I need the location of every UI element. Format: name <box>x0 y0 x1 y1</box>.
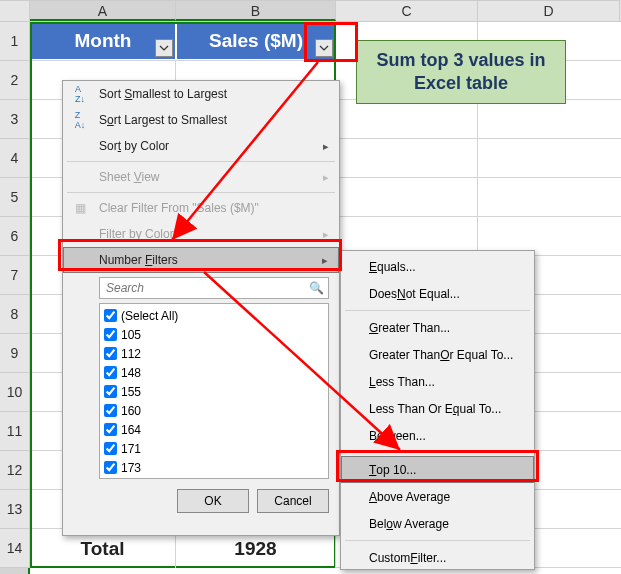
filter-checklist[interactable]: (Select All) 105 112 148 155 160 164 171… <box>99 303 329 479</box>
header-label: Month <box>75 30 132 52</box>
annotation-highlight <box>304 22 358 62</box>
dialog-buttons: OK Cancel <box>63 481 339 521</box>
clear-filter-icon: ▦ <box>71 199 89 217</box>
sort-ascending[interactable]: AZ↓ Sort Smallest to Largest <box>63 81 339 107</box>
filter-not-equal[interactable]: Does Not Equal... <box>341 280 534 307</box>
row-header[interactable]: 15 <box>0 568 30 574</box>
annotation-callout: Sum top 3 values in Excel table <box>356 40 566 104</box>
search-box[interactable]: 🔍 <box>99 277 329 299</box>
cancel-button[interactable]: Cancel <box>257 489 329 513</box>
filter-greater-eq[interactable]: Greater Than Or Equal To... <box>341 341 534 368</box>
filter-less-eq[interactable]: Less Than Or Equal To... <box>341 395 534 422</box>
separator <box>345 540 530 541</box>
filter-custom[interactable]: Custom Filter... <box>341 544 534 571</box>
search-icon: 🔍 <box>309 281 324 295</box>
table-header-month[interactable]: Month <box>30 22 176 60</box>
header-label: Sales ($M) <box>209 30 303 52</box>
col-header-d[interactable]: D <box>478 0 620 21</box>
check-item[interactable]: 148 <box>102 363 326 382</box>
filter-greater[interactable]: Greater Than... <box>341 314 534 341</box>
row-header[interactable]: 5 <box>0 178 30 217</box>
row-header[interactable]: 7 <box>0 256 30 295</box>
col-header-c[interactable]: C <box>336 0 478 21</box>
select-all-corner[interactable] <box>0 0 30 21</box>
row-header[interactable]: 3 <box>0 100 30 139</box>
check-item[interactable]: 155 <box>102 382 326 401</box>
clear-filter: ▦ Clear Filter From "Sales ($M)" <box>63 195 339 221</box>
column-headers: A B C D <box>0 0 621 22</box>
number-filters-submenu: Equals... Does Not Equal... Greater Than… <box>340 250 535 570</box>
annotation-highlight <box>58 239 342 271</box>
check-item[interactable]: 112 <box>102 344 326 363</box>
row-headers: 1 2 3 4 5 6 7 8 9 10 11 12 13 14 15 <box>0 22 30 574</box>
separator <box>345 310 530 311</box>
check-select-all[interactable]: (Select All) <box>102 306 326 325</box>
sort-descending[interactable]: ZA↓ Sort Largest to Smallest <box>63 107 339 133</box>
col-header-b[interactable]: B <box>176 0 336 21</box>
row-header[interactable]: 9 <box>0 334 30 373</box>
sort-asc-icon: AZ↓ <box>71 85 89 103</box>
annotation-highlight <box>336 450 539 482</box>
row-header[interactable]: 11 <box>0 412 30 451</box>
filter-equals[interactable]: Equals... <box>341 253 534 280</box>
separator <box>67 192 335 193</box>
row-header[interactable]: 4 <box>0 139 30 178</box>
row-header[interactable]: 14 <box>0 529 30 568</box>
row-header[interactable]: 6 <box>0 217 30 256</box>
check-item[interactable]: 160 <box>102 401 326 420</box>
separator <box>67 161 335 162</box>
filter-below-avg[interactable]: Below Average <box>341 510 534 537</box>
row-header[interactable]: 2 <box>0 61 30 100</box>
filter-above-avg[interactable]: Above Average <box>341 483 534 510</box>
check-item[interactable]: 164 <box>102 420 326 439</box>
chevron-right-icon: ▸ <box>323 171 329 184</box>
ok-button[interactable]: OK <box>177 489 249 513</box>
check-item[interactable]: 105 <box>102 325 326 344</box>
sheet-view: Sheet View▸ <box>63 164 339 190</box>
filter-dropdown-menu: AZ↓ Sort Smallest to Largest ZA↓ Sort La… <box>62 80 340 536</box>
filter-between[interactable]: Between... <box>341 422 534 449</box>
sort-desc-icon: ZA↓ <box>71 111 89 129</box>
row-header[interactable]: 12 <box>0 451 30 490</box>
check-item[interactable]: 173 <box>102 458 326 477</box>
chevron-right-icon: ▸ <box>323 140 329 153</box>
search-input[interactable] <box>104 280 309 296</box>
filter-less[interactable]: Less Than... <box>341 368 534 395</box>
chevron-down-icon <box>159 45 169 51</box>
row-header[interactable]: 1 <box>0 22 30 61</box>
row-header[interactable]: 13 <box>0 490 30 529</box>
filter-button-month[interactable] <box>155 39 173 57</box>
check-item[interactable]: 171 <box>102 439 326 458</box>
col-header-a[interactable]: A <box>30 0 176 21</box>
row-header[interactable]: 8 <box>0 295 30 334</box>
row-header[interactable]: 10 <box>0 373 30 412</box>
sort-by-color[interactable]: Sort by Color▸ <box>63 133 339 159</box>
